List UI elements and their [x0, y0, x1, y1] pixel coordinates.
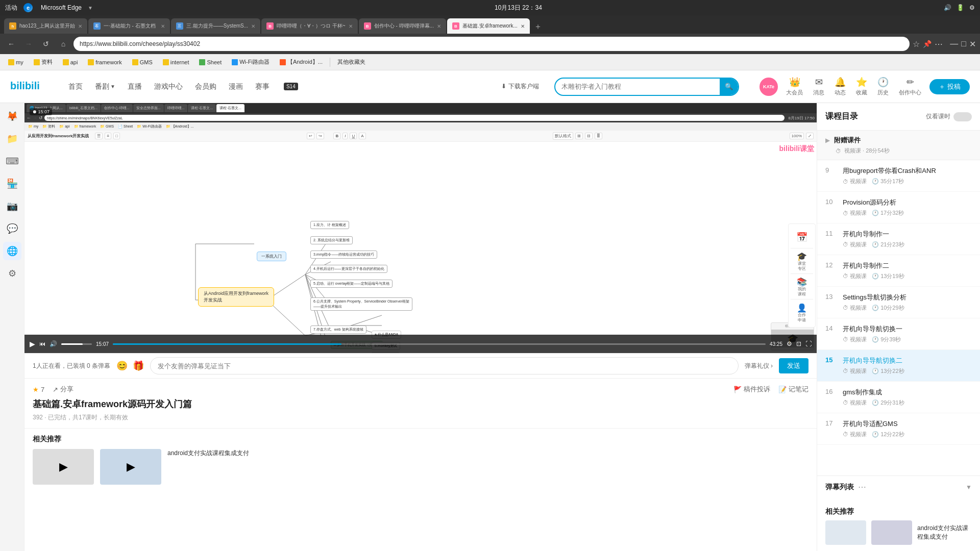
inner-bm-sheet[interactable]: 📄 Sheet	[116, 124, 134, 129]
toolbar-bold[interactable]: B	[333, 133, 340, 139]
nav-live[interactable]: 直播	[126, 80, 144, 93]
gift-icon[interactable]: 🎁	[133, 360, 144, 371]
nav-esports[interactable]: 赛事	[253, 80, 272, 93]
inner-bm-ziliao[interactable]: 📁 资料	[41, 124, 57, 129]
sidebar-app-store[interactable]: 🏪	[3, 174, 21, 193]
emoji-icon[interactable]: 😊	[116, 360, 128, 371]
tab-close-5[interactable]: ✕	[437, 23, 441, 29]
inner-forward[interactable]: →	[33, 115, 37, 120]
course-item-15[interactable]: 15 开机向导导航切换二 ⏱ 视频课 🕐 13分22秒	[817, 350, 980, 382]
toolbar-btn-3[interactable]: □	[113, 133, 120, 139]
course-item-17[interactable]: 17 开机向导适配GMS ⏱ 视频课 🕐 12分22秒	[817, 413, 980, 445]
sidebar-chat[interactable]: 💬	[3, 219, 21, 238]
sidebar-screenshot[interactable]: 📷	[3, 197, 21, 215]
sidebar-firefox[interactable]: 🦊	[3, 107, 21, 126]
course-item-11[interactable]: 11 开机向导制作一 ⏱ 视频课 🕐 21分23秒	[817, 223, 980, 255]
bookmark-gms[interactable]: GMS	[128, 58, 157, 66]
bookmark-internet[interactable]: internet	[159, 58, 193, 66]
activity-label[interactable]: 活动	[5, 4, 17, 12]
report-btn[interactable]: 🚩 稿件投诉	[733, 385, 770, 394]
search-input[interactable]	[555, 83, 720, 90]
inner-reload[interactable]: ↺	[39, 115, 43, 120]
sidebar-network[interactable]: 🌐	[3, 242, 21, 260]
menu-vip[interactable]: 👑 大会员	[786, 77, 803, 96]
back-button[interactable]: ←	[4, 37, 18, 51]
related-thumb-2[interactable]: ▶	[100, 449, 161, 485]
comment-input[interactable]	[150, 357, 739, 374]
bookmark-others[interactable]: 其他收藏夹	[333, 57, 370, 67]
new-tab-btn[interactable]: ＋	[531, 19, 545, 34]
inner-bm-gms[interactable]: 📁 GMS	[99, 124, 115, 129]
toolbar-fit[interactable]: ⤢	[806, 133, 814, 139]
course-item-10[interactable]: 10 Provision源码分析 ⏱ 视频课 🕐 17分32秒	[817, 192, 980, 223]
inner-bm-framework[interactable]: 📁 framework	[72, 124, 98, 129]
course-item-16[interactable]: 16 gms制作集成 ⏱ 视频课 🕐 29分31秒	[817, 382, 980, 413]
tab-close-4[interactable]: ✕	[349, 23, 353, 29]
prev-icon[interactable]: ⏮	[39, 340, 45, 347]
inner-tab-2[interactable]: bilibili_石墨文档...	[66, 104, 101, 112]
inner-tab-3[interactable]: 创作中心·哔哩...	[101, 104, 133, 112]
progress-bar[interactable]	[113, 343, 766, 345]
toolbar-color[interactable]: A	[359, 133, 365, 139]
home-button[interactable]: ⌂	[56, 37, 70, 51]
nav-vip[interactable]: 会员购	[193, 80, 218, 93]
right-related-item[interactable]: android支付实战课程集成支付	[825, 520, 972, 545]
nav-home[interactable]: 首页	[66, 80, 85, 93]
post-button[interactable]: ＋ 投稿	[929, 79, 970, 94]
bookmark-ziliao[interactable]: 资料	[30, 57, 57, 67]
bookmark-sheet[interactable]: Sheet	[195, 58, 226, 66]
like-btn[interactable]: ★ 7	[33, 386, 44, 393]
inner-tab-7[interactable]: 课程·石墨文...	[216, 104, 244, 112]
nav-game[interactable]: 游戏中心	[152, 80, 185, 93]
inner-address-bar[interactable]: https://shimo.im/mindmaps/BNK6exyVE5ulZz…	[44, 115, 785, 121]
send-button[interactable]: 发送	[779, 358, 808, 373]
inner-back[interactable]: ←	[27, 115, 31, 120]
barrage-gift-label[interactable]: 弹幕礼仪 ›	[745, 362, 773, 370]
inner-bm-wifi[interactable]: 📁 Wi-Fi路由器	[135, 124, 163, 129]
menu-create[interactable]: ✏ 创作中心	[899, 77, 921, 96]
play-icon[interactable]: ▶	[30, 340, 35, 348]
toolbar-layout-3[interactable]: ≣	[595, 133, 602, 139]
pin-icon[interactable]: 📌	[923, 40, 932, 48]
bookmark-android[interactable]: 【Android】...	[276, 57, 327, 67]
tab-close-3[interactable]: ✕	[251, 23, 255, 29]
inner-bm-my[interactable]: 📁 my	[27, 124, 40, 129]
menu-message[interactable]: ✉ 消息	[813, 77, 824, 96]
only-class-toggle[interactable]: 仅看课时	[926, 112, 972, 121]
download-client[interactable]: ⬇ 下载客户端	[501, 82, 538, 91]
close-btn[interactable]: ✕	[969, 39, 976, 49]
course-item-12[interactable]: 12 开机向导制作二 ⏱ 视频课 🕐 13分19秒	[817, 255, 980, 287]
tab-4[interactable]: B 哔哩哔哩（・∀・）つロ 干杯~ ✕	[261, 18, 358, 34]
tab-6[interactable]: B 基础篇.安卓framework... ✕	[447, 18, 530, 34]
sidebar-files[interactable]: 📁	[3, 130, 21, 148]
volume-bar[interactable]	[61, 343, 92, 345]
reload-button[interactable]: ↺	[39, 37, 53, 51]
menu-favorites[interactable]: ⭐ 收藏	[856, 77, 867, 96]
bilibili-logo[interactable]: bilibili	[10, 77, 51, 96]
fullscreen-icon[interactable]: ⛶	[805, 340, 812, 347]
toolbar-underline[interactable]: U	[350, 133, 357, 139]
search-bar[interactable]: 🔍	[554, 78, 739, 96]
inner-bm-android[interactable]: 📁 【Android】...	[164, 124, 195, 129]
bookmark-framework[interactable]: framework	[84, 58, 126, 66]
tab-close-1[interactable]: ✕	[78, 23, 82, 29]
toolbar-redo[interactable]: ↪	[316, 133, 324, 139]
menu-dynamic[interactable]: 🔔 动态	[835, 77, 846, 96]
course-item-9[interactable]: 9 用bugreport带你看Crash和ANR ⏱ 视频课 🕐 35分17秒	[817, 160, 980, 192]
address-bar[interactable]: https://www.bilibili.com/cheese/play/ss3…	[74, 37, 910, 51]
avatar[interactable]: KATe	[760, 78, 778, 96]
bookmark-icon[interactable]: ☆	[913, 39, 920, 49]
toolbar-italic[interactable]: I	[342, 133, 348, 139]
tab-close-2[interactable]: ✕	[161, 23, 165, 29]
minimize-btn[interactable]: —	[950, 39, 958, 48]
tab-2[interactable]: 石 一·基础能力 - 石墨文档 ✕	[88, 18, 170, 34]
tab-3[interactable]: 三 三.能力提升——SystemS... ✕	[171, 18, 260, 34]
share-btn[interactable]: ↗ 分享	[53, 385, 74, 394]
vol-icon[interactable]: 🔊	[50, 340, 57, 347]
forward-button[interactable]: →	[21, 37, 36, 51]
settings-icon[interactable]: ⚙	[787, 340, 792, 347]
toolbar-btn-2[interactable]: ≡	[105, 133, 111, 139]
toolbar-undo[interactable]: ↩	[307, 133, 314, 139]
note-btn[interactable]: 📝 记笔记	[778, 385, 808, 394]
sidebar-settings[interactable]: ⚙	[3, 264, 21, 283]
